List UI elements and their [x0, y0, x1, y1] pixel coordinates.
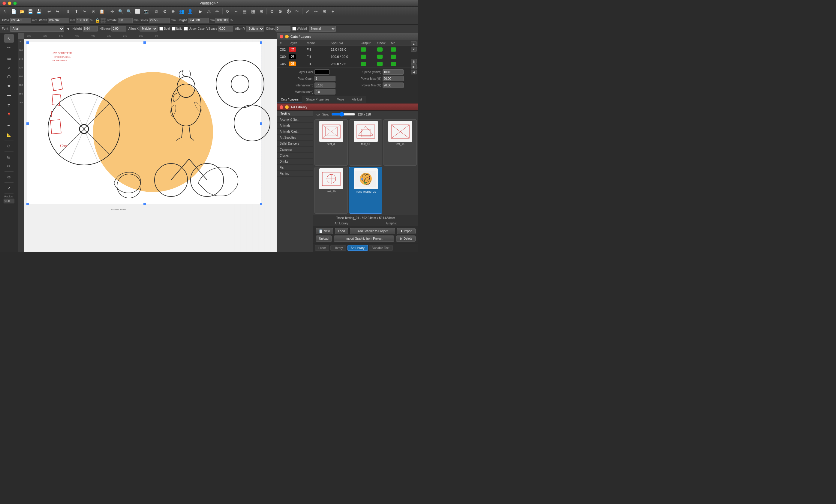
tool-distribute[interactable]: ▦ — [249, 7, 257, 15]
tool-zoom-in[interactable]: 🔍 — [125, 7, 133, 15]
uppercase-checkbox[interactable] — [184, 27, 188, 31]
tool-weld[interactable]: ⊕ — [169, 7, 177, 15]
cat-item-drinks[interactable]: Drinks — [277, 159, 313, 165]
cat-item-clocks[interactable]: Clocks — [277, 153, 313, 159]
welded-checkbox[interactable] — [292, 27, 296, 31]
xpos-input[interactable] — [10, 18, 31, 23]
offset-input[interactable] — [276, 26, 290, 32]
cat-item-art-supplies[interactable]: Art Supplies — [277, 135, 313, 141]
poly-tool[interactable]: ⬡ — [4, 72, 14, 81]
canvas-grid[interactable]: J.W. SCHUTTER ATCHISON, KAN. PHOTOGRAPHE… — [24, 39, 277, 252]
cursor-tool[interactable]: ↗ — [4, 184, 14, 192]
art-item-test20[interactable]: test_20 — [315, 167, 348, 214]
scroll-up-btn[interactable]: ▲ — [411, 41, 417, 46]
tool-undo[interactable]: ↩ — [45, 7, 53, 15]
width-pct-input[interactable] — [76, 18, 90, 23]
tool-zoom-out[interactable]: 🔍 — [117, 7, 125, 15]
maximize-button[interactable] — [13, 1, 17, 5]
tool-move[interactable]: ✛ — [108, 7, 116, 15]
cuts-row-c00[interactable]: C00 00 Fill 100.0 / 20.0 — [277, 53, 418, 60]
speed-input[interactable] — [383, 69, 404, 75]
art-item-test10[interactable]: test_10 — [349, 119, 382, 166]
art-item-test3[interactable]: test_3 — [315, 119, 348, 166]
art-close-btn[interactable] — [280, 105, 283, 109]
expand-layer-btn[interactable]: ▶ — [411, 64, 417, 69]
select-tool[interactable]: ↖ — [4, 34, 14, 43]
tool-save-as[interactable]: 💾 — [35, 7, 43, 15]
pin-tool[interactable]: 📍 — [4, 111, 14, 119]
close-button[interactable] — [2, 1, 6, 5]
unload-btn[interactable]: Unload — [316, 235, 332, 242]
btab-variable-text[interactable]: Variable Text — [369, 245, 393, 251]
font-select[interactable]: Arial — [10, 26, 64, 32]
interval-input[interactable] — [315, 82, 336, 88]
scroll-down-btn[interactable]: ▼ — [411, 47, 417, 52]
tool-wave[interactable]: 〜 — [293, 7, 301, 15]
italic-checkbox[interactable] — [172, 27, 175, 31]
cut-tool[interactable]: ✂ — [4, 162, 14, 170]
cat-item-testing[interactable]: !Testing — [277, 111, 313, 117]
btab-library[interactable]: Library — [330, 245, 346, 251]
target-tool[interactable]: ⊙ — [4, 141, 14, 150]
align-x-select[interactable]: Middle — [139, 26, 157, 32]
welded-check[interactable]: Welded — [292, 27, 307, 31]
tool-copy[interactable]: ⎘ — [90, 7, 97, 15]
tool-import[interactable]: ⬇ — [64, 7, 72, 15]
cat-item-camping[interactable]: Camping — [277, 147, 313, 153]
tool-monitor[interactable]: 🖥 — [152, 7, 160, 15]
tool-plus[interactable]: + — [329, 7, 337, 15]
italic-check[interactable]: Italic — [172, 27, 183, 31]
new-btn[interactable]: 📄 New — [316, 228, 333, 234]
height-pct-input[interactable] — [215, 18, 229, 23]
power-max-input[interactable] — [383, 76, 404, 81]
tool-ungroup[interactable]: 👤 — [186, 7, 194, 15]
zoom-tool[interactable]: ⚙ — [4, 173, 14, 181]
tool-play[interactable]: ▶ — [196, 7, 204, 15]
tool-caution[interactable]: ⚠ — [205, 7, 213, 15]
tool-export[interactable]: ⬆ — [73, 7, 80, 15]
cuts-row-c05[interactable]: C05 05 Fill 255.0 / 2.5 — [277, 60, 418, 67]
tool-settings1[interactable]: ⚙ — [268, 7, 276, 15]
tab-cuts-layers[interactable]: Cuts / Layers — [277, 96, 302, 103]
delete-layer-btn[interactable]: 🗑 — [411, 59, 417, 64]
tool-group[interactable]: 👥 — [178, 7, 186, 15]
grid-tool[interactable]: ⊞ — [4, 153, 14, 161]
hspace-input[interactable] — [111, 26, 126, 32]
font-dropdown-btn[interactable]: ▼ — [66, 25, 71, 33]
canvas-area[interactable]: 880 720 640 480 400 320 240 160 80 80 16… — [18, 33, 277, 252]
btab-art-library[interactable]: Art Library — [347, 245, 368, 251]
bold-checkbox[interactable] — [159, 27, 163, 31]
tool-rotate[interactable]: ⟳ — [224, 7, 232, 15]
pen-tool[interactable]: ✒ — [4, 121, 14, 130]
tab-file-list[interactable]: File List — [348, 96, 366, 103]
radius-input[interactable] — [4, 199, 14, 203]
font-height-input[interactable] — [83, 26, 98, 32]
tool-zoom-box[interactable]: ⬜ — [134, 7, 141, 15]
tool-cut[interactable]: ✂ — [81, 7, 89, 15]
pass-count-input[interactable] — [315, 76, 336, 81]
minimize-button[interactable] — [8, 1, 12, 5]
width-input[interactable] — [48, 18, 69, 23]
cat-item-fish[interactable]: Fish — [277, 165, 313, 171]
normal-select[interactable]: Normal — [309, 26, 336, 32]
tool-align[interactable]: ▤ — [241, 7, 248, 15]
import-graphic-btn[interactable]: Import Graphic from Project — [334, 235, 394, 242]
layer-color-swatch[interactable] — [315, 69, 329, 75]
delete-btn[interactable]: 🗑 Delete — [396, 235, 416, 242]
tool-arrow[interactable]: ↖ — [1, 7, 9, 15]
edit-tool[interactable]: ✏ — [4, 43, 14, 52]
cat-item-alcohol[interactable]: Alcohol & Sp... — [277, 117, 313, 123]
art-item-trace-testing01[interactable]: Trace Testing_01 — [349, 167, 382, 214]
cat-item-animals-cart[interactable]: Animals Cart... — [277, 129, 313, 135]
measure-tool[interactable]: 📐 — [4, 131, 14, 139]
material-input[interactable] — [315, 89, 336, 95]
tool-crosshair[interactable]: ⊹ — [312, 7, 320, 15]
add-graphic-btn[interactable]: Add Graphic to Project — [350, 228, 395, 234]
tool-power[interactable]: ⏻ — [285, 7, 292, 15]
art-item-test11[interactable]: test_11 — [383, 119, 417, 166]
tab-shape-props[interactable]: Shape Properties — [302, 96, 333, 103]
cat-item-ballet[interactable]: Ballet Dancers — [277, 141, 313, 147]
tool-open[interactable]: 📂 — [18, 7, 26, 15]
collapse-layer-btn[interactable]: ◀ — [411, 70, 417, 74]
tool-paste[interactable]: 📋 — [98, 7, 106, 15]
